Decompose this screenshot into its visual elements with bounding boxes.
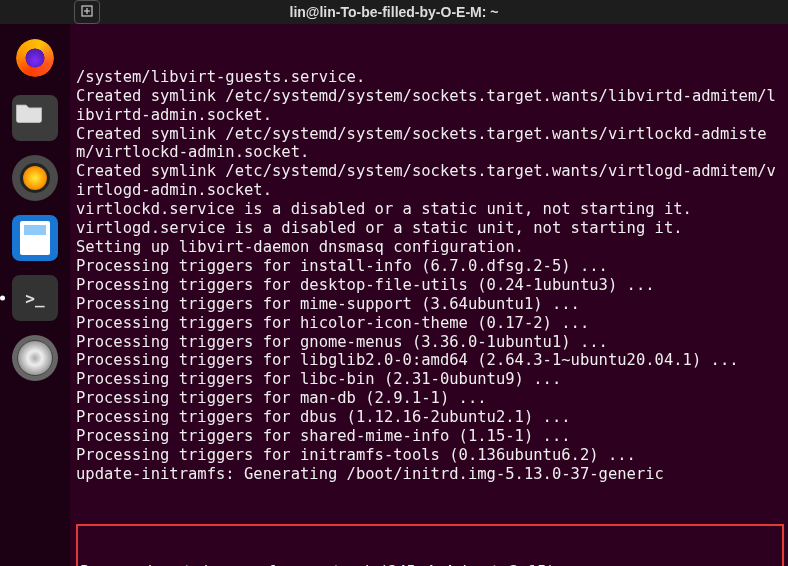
output-line: /system/libvirt-guests.service. xyxy=(76,68,784,87)
output-line: Created symlink /etc/systemd/system/sock… xyxy=(76,125,784,163)
dock-item-firefox[interactable] xyxy=(9,32,61,84)
dock-item-files[interactable] xyxy=(9,92,61,144)
dock: >_ xyxy=(0,24,70,566)
output-line: Processing triggers for gnome-menus (3.3… xyxy=(76,333,784,352)
output-line: Processing triggers for initramfs-tools … xyxy=(76,446,784,465)
output-line: Processing triggers for man-db (2.9.1-1)… xyxy=(76,389,784,408)
output-line: Processing triggers for hicolor-icon-the… xyxy=(76,314,784,333)
output-line: Processing triggers for install-info (6.… xyxy=(76,257,784,276)
dock-item-writer[interactable] xyxy=(9,212,61,264)
document-icon xyxy=(12,215,58,261)
highlighted-commands: Processing triggers for systemd (245.4-4… xyxy=(76,524,784,566)
window-titlebar: lin@lin-To-be-filled-by-O-E-M: ~ xyxy=(0,0,788,24)
speaker-icon xyxy=(12,155,58,201)
output-line: Processing triggers for dbus (1.12.16-2u… xyxy=(76,408,784,427)
output-line: Processing triggers for shared-mime-info… xyxy=(76,427,784,446)
plus-icon xyxy=(80,4,94,21)
window-title: lin@lin-To-be-filled-by-O-E-M: ~ xyxy=(100,4,788,20)
terminal-icon: >_ xyxy=(12,275,58,321)
disk-icon xyxy=(12,335,58,381)
dock-item-rhythmbox[interactable] xyxy=(9,152,61,204)
output-line: Setting up libvirt-daemon dnsmasq config… xyxy=(76,238,784,257)
terminal-output[interactable]: /system/libvirt-guests.service.Created s… xyxy=(70,24,788,566)
output-line: virtlogd.service is a disabled or a stat… xyxy=(76,219,784,238)
new-tab-button[interactable] xyxy=(74,0,100,24)
dock-item-terminal[interactable]: >_ xyxy=(9,272,61,324)
output-line: Processing triggers for mime-support (3.… xyxy=(76,295,784,314)
output-line: Processing triggers for libglib2.0-0:amd… xyxy=(76,351,784,370)
output-line: Processing triggers for desktop-file-uti… xyxy=(76,276,784,295)
firefox-icon xyxy=(12,35,58,81)
output-line: virtlockd.service is a disabled or a sta… xyxy=(76,200,784,219)
output-line: Created symlink /etc/systemd/system/sock… xyxy=(76,87,784,125)
dock-item-disks[interactable] xyxy=(9,332,61,384)
output-line: update-initramfs: Generating /boot/initr… xyxy=(76,465,784,484)
output-line: Processing triggers for libc-bin (2.31-0… xyxy=(76,370,784,389)
files-icon xyxy=(12,95,58,141)
output-line: Created symlink /etc/systemd/system/sock… xyxy=(76,162,784,200)
